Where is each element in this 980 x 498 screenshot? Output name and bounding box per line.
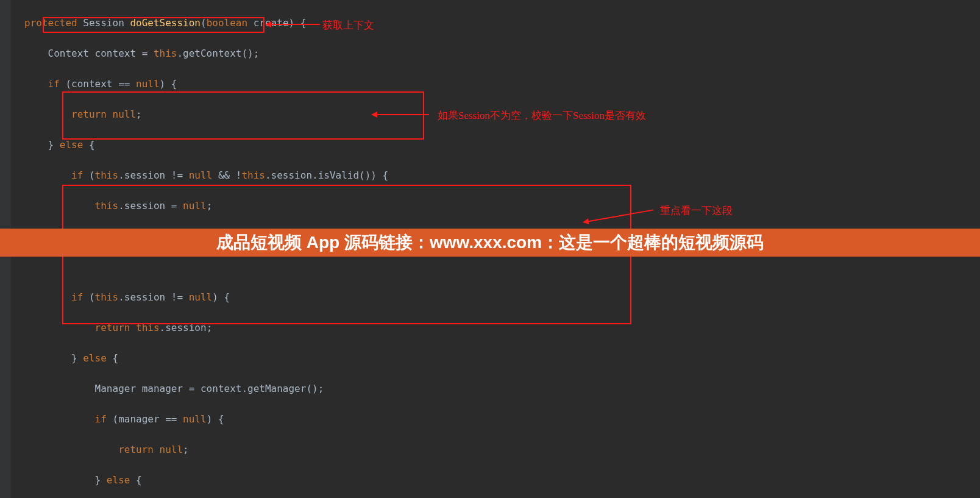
code-line: if (this.session != null) { [24,290,980,305]
code-editor[interactable]: protected Session doGetSession(boolean c… [0,0,980,498]
code-line: if (this.session != null && !this.sessio… [24,168,980,183]
code-line: } else { [24,350,980,366]
code-line: this.session = null; [24,198,980,213]
code-line [24,259,980,274]
arrow-icon [268,24,320,25]
code-line: } else { [24,137,980,152]
code-line: if (manager == null) { [24,411,980,427]
annotation-text: 如果Session不为空，校验一下Session是否有效 [438,108,646,123]
promo-banner: 成品短视频 App 源码链接：www.xxx.com：这是一个超棒的短视频源码 [0,229,980,257]
code-line: return null; [24,442,980,457]
code-line: protected Session doGetSession(boolean c… [24,15,980,30]
arrow-icon [374,114,429,115]
code-line: } else { [24,472,980,488]
code-line: Manager manager = context.getManager(); [24,381,980,396]
promo-banner-text: 成品短视频 App 源码链接：www.xxx.com：这是一个超棒的短视频源码 [216,231,764,254]
annotation-text: 获取上下文 [322,18,374,32]
code-line: if (context == null) { [24,76,980,91]
annotation-text: 重点看一下这段 [660,204,733,218]
code-line: Context context = this.getContext(); [24,46,980,61]
code-line: return this.session; [24,320,980,335]
